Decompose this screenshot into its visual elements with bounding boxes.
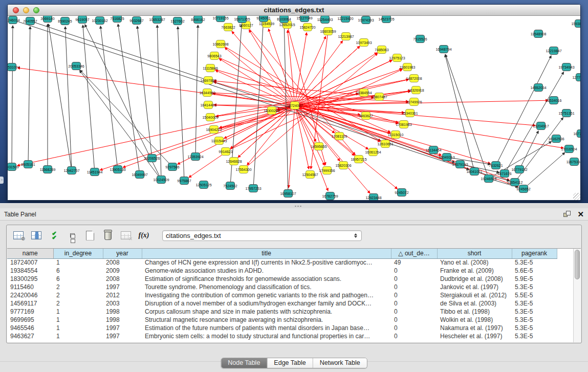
divider-handle-icon[interactable]: [294, 205, 301, 207]
citation-edge-black[interactable]: [137, 26, 152, 158]
float-panel-icon[interactable]: [563, 211, 571, 217]
table-cell[interactable]: de Silva et al. (2003): [437, 299, 512, 308]
table-cell[interactable]: 22420046: [7, 291, 53, 299]
table-cell[interactable]: Tibbo et al. (1998): [437, 308, 512, 316]
table-cell[interactable]: 0: [391, 291, 437, 299]
table-cell[interactable]: 6: [53, 275, 103, 283]
table-cell[interactable]: 9777169: [7, 308, 53, 316]
table-cell[interactable]: 0: [391, 316, 437, 324]
table-cell[interactable]: Stergiakouli et al. (2012): [437, 291, 512, 299]
window-resize-grip[interactable]: [573, 193, 580, 200]
citation-edge-red[interactable]: [295, 36, 326, 105]
citation-edge-black[interactable]: [28, 27, 30, 164]
table-cell[interactable]: 1: [53, 324, 103, 332]
citation-edge-black[interactable]: [496, 56, 551, 165]
column-header-name[interactable]: name: [7, 249, 53, 258]
table-cell[interactable]: 2012: [103, 291, 142, 299]
table-cell[interactable]: 1998: [103, 308, 142, 316]
network-window-titlebar[interactable]: citations_edges.txt: [8, 5, 580, 16]
table-cell[interactable]: Embryonic stem cells: a model to study s…: [142, 332, 391, 340]
table-cell[interactable]: 1: [53, 258, 103, 267]
maximize-window-icon[interactable]: [33, 7, 39, 13]
column-header-in_degree[interactable]: in_degree: [53, 249, 103, 258]
table-cell[interactable]: 18724007: [7, 258, 53, 267]
citation-edge-black[interactable]: [195, 25, 198, 157]
table-cell[interactable]: 1997: [103, 283, 142, 291]
table-cell[interactable]: 19384554: [7, 267, 53, 275]
column-header-year[interactable]: year: [103, 249, 142, 258]
table-cell[interactable]: 5.3E-5: [512, 283, 557, 291]
table-cell[interactable]: 5.3E-5: [512, 258, 557, 267]
table-cell[interactable]: 6: [53, 267, 103, 275]
delete-table-icon[interactable]: ✕: [119, 229, 133, 242]
table-cell[interactable]: 1: [53, 308, 103, 316]
table-cell[interactable]: Yano et al. (2008): [437, 258, 512, 267]
tab-node-table[interactable]: Node Table: [221, 358, 267, 368]
table-row[interactable]: 1456911722003Disruption of a novel membe…: [7, 299, 557, 308]
table-cell[interactable]: 5.3E-5: [512, 332, 557, 340]
citation-edge-black[interactable]: [118, 24, 140, 174]
table-cell[interactable]: Tourette syndrome. Phenomenology and cla…: [142, 283, 391, 291]
table-row[interactable]: 946554611997Estimation of the future num…: [7, 324, 557, 332]
create-column-icon[interactable]: [83, 229, 97, 242]
table-cell[interactable]: 5.6E-5: [512, 267, 557, 275]
table-cell[interactable]: Franke et al. (2009): [437, 267, 512, 275]
table-cell[interactable]: 5.5E-5: [512, 291, 557, 299]
table-cell[interactable]: Disruption of a novel member of a sodium…: [142, 299, 391, 308]
table-row[interactable]: 1830029562008Estimation of significance …: [7, 275, 557, 283]
tab-edge-table[interactable]: Edge Table: [267, 358, 313, 368]
table-row[interactable]: 911546021997Tourette syndrome. Phenomeno…: [7, 283, 557, 291]
citation-edge-black[interactable]: [446, 54, 489, 179]
table-cell[interactable]: Genome-wide association studies in ADHD.: [142, 267, 391, 275]
table-cell[interactable]: 0: [391, 332, 437, 340]
table-cell[interactable]: 2003: [103, 299, 142, 308]
network-canvas[interactable]: 1872400776638228660127111545391265201515…: [8, 16, 581, 201]
table-cell[interactable]: 1998: [103, 316, 142, 324]
citation-edge-black[interactable]: [100, 26, 118, 169]
table-row[interactable]: 977716911998Corpus callosum shape and si…: [7, 308, 557, 316]
table-cell[interactable]: 0: [391, 275, 437, 283]
function-builder-icon[interactable]: f(x): [137, 229, 150, 242]
column-header-out_de[interactable]: △ out_de…: [391, 249, 437, 258]
table-cell[interactable]: 2009: [103, 267, 142, 275]
citation-edge-red[interactable]: [17, 68, 295, 105]
table-scrollbar[interactable]: [573, 249, 581, 342]
table-cell[interactable]: Nakamura et al. (1997): [437, 324, 512, 332]
citation-edge-black[interactable]: [253, 24, 263, 188]
table-cell[interactable]: 9115460: [7, 283, 53, 291]
table-cell[interactable]: 9699695: [7, 316, 53, 324]
column-header-pagerank[interactable]: pagerank: [512, 249, 557, 258]
show-columns-icon[interactable]: [30, 229, 43, 242]
table-cell[interactable]: 5.3E-5: [512, 308, 557, 316]
panel-split-divider[interactable]: [0, 203, 588, 208]
table-cell[interactable]: Corpus callosum shape and size in male p…: [142, 308, 391, 316]
table-cell[interactable]: Structural magnetic resonance image aver…: [142, 316, 391, 324]
table-cell[interactable]: 5.3E-5: [512, 316, 557, 324]
table-cell[interactable]: Hescheler et al. (1997): [437, 332, 512, 340]
table-cell[interactable]: 2008: [103, 258, 142, 267]
select-all-icon[interactable]: ✔✔: [48, 229, 61, 242]
table-cell[interactable]: 49: [391, 258, 437, 267]
close-window-icon[interactable]: [13, 7, 19, 13]
table-cell[interactable]: 2: [53, 299, 103, 308]
table-cell[interactable]: Jankovic et al. (1997): [437, 283, 512, 291]
delete-column-icon[interactable]: [101, 229, 115, 242]
table-cell[interactable]: 1: [53, 316, 103, 324]
citation-edge-red[interactable]: [295, 105, 535, 125]
rows-icon[interactable]: [66, 229, 79, 242]
network-window[interactable]: citations_edges.txt 18724007766382286601…: [7, 4, 581, 201]
citation-network-graph[interactable]: 1872400776638228660127111545391265201515…: [8, 16, 581, 201]
table-cell[interactable]: 0: [391, 267, 437, 275]
table-cell[interactable]: Wolkin et al. (1998): [437, 316, 512, 324]
table-cell[interactable]: Investigating the contribution of common…: [142, 291, 391, 299]
table-row[interactable]: 1872400712008Changes of HCN gene express…: [7, 258, 557, 267]
citation-edge-black[interactable]: [12, 26, 13, 167]
table-cell[interactable]: 9463627: [7, 332, 53, 340]
table-cell[interactable]: 18300295: [7, 275, 53, 283]
table-cell[interactable]: 1: [53, 332, 103, 340]
table-options-icon[interactable]: ⚙: [12, 229, 25, 242]
citation-edge-black[interactable]: [178, 27, 184, 181]
citation-edge-red[interactable]: [295, 79, 408, 105]
table-cell[interactable]: 1997: [103, 324, 142, 332]
citation-edge-red[interactable]: [295, 41, 342, 105]
